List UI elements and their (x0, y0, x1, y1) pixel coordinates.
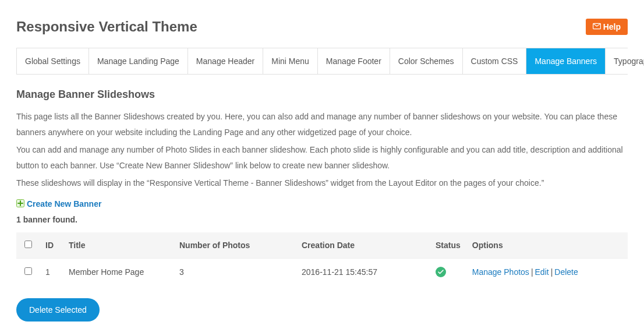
row-date: 2016-11-21 15:45:57 (296, 258, 430, 285)
col-header-photos: Number of Photos (174, 232, 296, 259)
tab-typography[interactable]: Typography (606, 48, 644, 74)
page-title: Responsive Vertical Theme (16, 19, 197, 35)
tab-custom-css[interactable]: Custom CSS (463, 48, 527, 74)
separator: | (551, 267, 553, 277)
tab-global-settings[interactable]: Global Settings (17, 48, 89, 74)
help-button[interactable]: Help (586, 19, 628, 35)
plus-icon (16, 199, 24, 209)
section-desc-3: These slideshows will display in the “Re… (16, 175, 628, 191)
tab-manage-header[interactable]: Manage Header (188, 48, 263, 74)
banners-table: ID Title Number of Photos Creation Date … (16, 232, 628, 285)
select-all-checkbox[interactable] (24, 241, 32, 248)
col-header-id: ID (40, 232, 63, 259)
delete-link[interactable]: Delete (554, 267, 578, 277)
tab-mini-menu[interactable]: Mini Menu (263, 48, 318, 74)
create-new-banner-link[interactable]: Create New Banner (27, 199, 101, 209)
manage-photos-link[interactable]: Manage Photos (472, 267, 529, 277)
section-title: Manage Banner Slideshows (16, 89, 628, 101)
col-header-options: Options (466, 232, 628, 259)
delete-selected-button[interactable]: Delete Selected (16, 298, 100, 322)
section-desc-2: You can add and manage any number of Pho… (16, 142, 628, 173)
check-circle-icon (436, 267, 446, 277)
separator: | (531, 267, 533, 277)
tab-manage-banners[interactable]: Manage Banners (526, 48, 606, 74)
tab-manage-landing-page[interactable]: Manage Landing Page (89, 48, 188, 74)
edit-link[interactable]: Edit (535, 267, 549, 277)
col-header-title: Title (63, 232, 174, 259)
table-row: 1 Member Home Page 3 2016-11-21 15:45:57… (16, 258, 628, 285)
col-header-status: Status (430, 232, 466, 259)
mail-icon (593, 22, 601, 31)
row-checkbox[interactable] (24, 267, 32, 275)
found-count: 1 banner found. (16, 215, 628, 224)
tab-manage-footer[interactable]: Manage Footer (318, 48, 390, 74)
col-header-date: Creation Date (296, 232, 430, 259)
row-title: Member Home Page (63, 258, 174, 285)
tabs: Global Settings Manage Landing Page Mana… (16, 48, 628, 75)
row-photos: 3 (174, 258, 296, 285)
section-desc-1: This page lists all the Banner Slideshow… (16, 109, 628, 140)
row-id: 1 (40, 258, 63, 285)
tab-color-schemes[interactable]: Color Schemes (390, 48, 463, 74)
help-button-label: Help (603, 22, 621, 31)
